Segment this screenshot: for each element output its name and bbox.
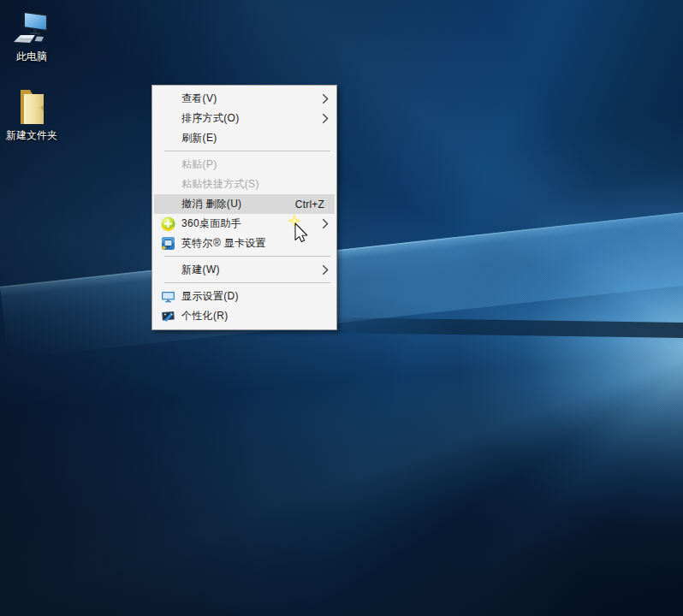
desktop-icon-label: 此电脑: [16, 50, 47, 62]
menu-item-label: 新建(W): [181, 263, 316, 277]
personalize-icon: [154, 309, 181, 323]
arrow-pointer-icon: [295, 223, 307, 242]
menu-separator: [164, 256, 330, 257]
menu-item-label: 个性化(R): [181, 309, 335, 323]
intel-graphics-settings-icon: [154, 236, 181, 251]
menu-item-label: 粘贴(P): [181, 157, 335, 172]
this-pc-icon: [12, 7, 51, 48]
menu-item-label: 刷新(E): [181, 131, 335, 145]
display-settings-icon: [154, 289, 181, 304]
menu-item-label: 查看(V): [181, 92, 316, 106]
click-effect-sparkle-icon: [288, 214, 301, 228]
chevron-right-icon: [316, 264, 335, 275]
chevron-right-icon: [316, 113, 335, 124]
menu-item-paste-shortcut: 粘贴快捷方式(S): [154, 175, 335, 194]
menu-item-shortcut: Ctrl+Z: [295, 198, 324, 210]
chevron-right-icon: [316, 218, 335, 229]
desktop-icon-this-pc[interactable]: 此电脑: [3, 7, 61, 62]
menu-item-label: 粘贴快捷方式(S): [181, 177, 335, 192]
menu-item-sort-by[interactable]: 排序方式(O): [154, 109, 335, 128]
desktop-context-menu: 查看(V)排序方式(O)刷新(E)粘贴(P)粘贴快捷方式(S)撤消 删除(U)C…: [151, 85, 337, 330]
desktop-wallpaper: [0, 0, 683, 616]
menu-separator: [164, 151, 330, 151]
menu-item-label: 撤消 删除(U): [181, 197, 295, 211]
menu-item-personalize[interactable]: 个性化(R): [154, 306, 335, 326]
menu-item-refresh[interactable]: 刷新(E): [154, 128, 335, 148]
360-desktop-assistant-icon: [154, 216, 181, 231]
menu-item-view[interactable]: 查看(V): [154, 89, 335, 109]
menu-item-undo-delete[interactable]: 撤消 删除(U)Ctrl+Z: [154, 194, 335, 214]
menu-item-display-settings[interactable]: 显示设置(D): [154, 287, 335, 306]
chevron-right-icon: [316, 93, 335, 104]
menu-separator: [164, 282, 330, 283]
desktop-icon-label: 新建文件夹: [6, 129, 57, 141]
desktop-icon-new-folder[interactable]: 新建文件夹: [3, 86, 61, 141]
mouse-cursor: [286, 212, 315, 246]
menu-item-label: 排序方式(O): [181, 111, 316, 126]
windows-desktop: { "desktop": { "icons": [ { "id": "this-…: [0, 0, 683, 616]
menu-item-paste: 粘贴(P): [154, 155, 335, 175]
folder-icon: [15, 86, 48, 127]
wallpaper-dither-texture: [0, 0, 683, 616]
menu-item-new[interactable]: 新建(W): [154, 260, 335, 280]
menu-item-label: 显示设置(D): [181, 289, 335, 304]
